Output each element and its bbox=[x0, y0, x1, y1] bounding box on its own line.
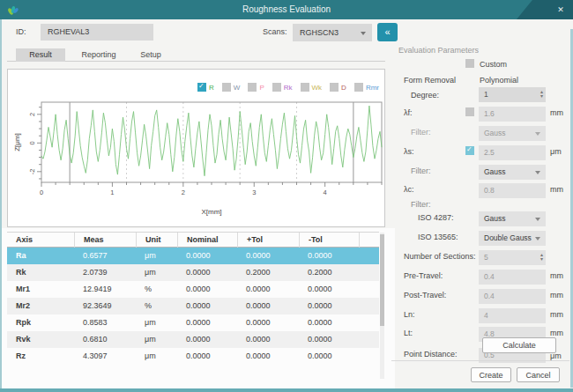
lambda-f-filter-label: Filter: bbox=[411, 128, 431, 137]
table-cell: 0.0000 bbox=[237, 281, 299, 298]
table-cell: Rk bbox=[7, 264, 74, 281]
unchecked-checkbox-icon[interactable] bbox=[354, 83, 363, 92]
pre-travel-unit: mm bbox=[550, 271, 563, 280]
lambda-f-input[interactable]: 1.6 bbox=[479, 107, 546, 122]
iso-4287-value: Gauss bbox=[484, 214, 506, 223]
legend-item-D[interactable]: D bbox=[330, 83, 346, 92]
lambda-c-label: λc: bbox=[404, 185, 414, 194]
window-title: Roughness Evaluation bbox=[0, 0, 573, 19]
lambda-f-checkbox[interactable] bbox=[465, 107, 474, 116]
table-cell: 0.0000 bbox=[237, 348, 299, 365]
table-cell: μm bbox=[136, 348, 177, 365]
table-scrollbar-thumb[interactable] bbox=[380, 234, 384, 326]
degree-spinner[interactable]: 1 bbox=[479, 87, 546, 102]
calculate-button[interactable]: Calculate bbox=[482, 337, 556, 353]
tab-setup[interactable]: Setup bbox=[129, 48, 173, 62]
table-cell: 0.0000 bbox=[177, 348, 237, 365]
iso-13565-label: ISO 13565: bbox=[418, 233, 458, 241]
column-header[interactable]: +Tol bbox=[237, 233, 299, 248]
ln-input[interactable]: 4 bbox=[479, 308, 546, 323]
column-header[interactable]: Unit bbox=[136, 233, 177, 248]
scans-dropdown[interactable]: RGHSCN3 bbox=[293, 24, 372, 41]
table-cell: 0.8583 bbox=[74, 314, 136, 331]
cancel-button[interactable]: Cancel bbox=[517, 367, 560, 382]
lambda-f-filter-dropdown[interactable]: Gauss bbox=[479, 126, 546, 141]
table-row-Rk[interactable]: Rk2.0739μm0.00000.20000.2000 bbox=[7, 264, 379, 281]
svg-text:3: 3 bbox=[252, 189, 256, 196]
custom-label: Custom bbox=[480, 60, 507, 69]
svg-text:0: 0 bbox=[28, 141, 36, 144]
table-cell: 0.6577 bbox=[74, 248, 136, 264]
table-cell: μm bbox=[136, 248, 177, 264]
table-cell: 92.3649 bbox=[74, 298, 136, 314]
iso-4287-dropdown[interactable]: Gauss bbox=[479, 211, 546, 226]
chevron-down-icon bbox=[535, 237, 540, 240]
close-icon[interactable]: ✕ bbox=[553, 0, 569, 19]
sections-spinner[interactable]: 5 bbox=[479, 250, 546, 265]
lambda-c-input[interactable]: 0.8 bbox=[479, 183, 546, 198]
point-distance-label: Point Distance: bbox=[404, 350, 458, 359]
table-cell: % bbox=[136, 281, 177, 298]
svg-text:2: 2 bbox=[182, 189, 185, 196]
unchecked-checkbox-icon[interactable] bbox=[301, 83, 309, 92]
unchecked-checkbox-icon[interactable] bbox=[272, 83, 281, 92]
column-header[interactable]: Nominal bbox=[177, 233, 237, 248]
table-row-Ra[interactable]: Ra0.6577μm0.00000.00000.0000 bbox=[7, 248, 379, 264]
unchecked-checkbox-icon[interactable] bbox=[222, 83, 231, 92]
svg-text:0: 0 bbox=[40, 189, 43, 196]
table-scrollbar[interactable] bbox=[380, 233, 384, 379]
column-header[interactable]: -Tol bbox=[299, 233, 359, 248]
svg-text:1: 1 bbox=[110, 189, 114, 196]
post-travel-input[interactable]: 0.4 bbox=[479, 289, 546, 304]
pre-travel-label: Pre-Travel: bbox=[404, 271, 443, 280]
profile-chart-panel: RWPRkWkDRmr 01234-202X[mm]Z[μm] bbox=[7, 69, 385, 227]
legend-item-Rk[interactable]: Rk bbox=[272, 83, 293, 92]
table-cell: 0.0000 bbox=[177, 331, 237, 348]
lambda-s-filter-dropdown[interactable]: Gauss bbox=[479, 165, 546, 180]
roughness-evaluation-dialog: Roughness Evaluation ✕ ID: RGHEVAL3 Scan… bbox=[0, 0, 573, 392]
lambda-f-unit: mm bbox=[550, 108, 563, 117]
legend-item-W[interactable]: W bbox=[222, 83, 241, 92]
legend-item-Rmr[interactable]: Rmr bbox=[354, 83, 379, 92]
table-cell: 0.2000 bbox=[299, 264, 359, 281]
unchecked-checkbox-icon[interactable] bbox=[248, 83, 257, 92]
legend-label: D bbox=[341, 84, 346, 92]
id-input[interactable]: RGHEVAL3 bbox=[41, 24, 153, 41]
tab-result[interactable]: Result bbox=[16, 48, 65, 62]
legend-label: Wk bbox=[312, 84, 323, 92]
pre-travel-input[interactable]: 0.4 bbox=[479, 270, 546, 285]
unchecked-checkbox-icon[interactable] bbox=[330, 83, 339, 92]
post-travel-label: Post-Travel: bbox=[404, 291, 446, 300]
custom-checkbox[interactable] bbox=[465, 59, 474, 68]
table-row-Mr1[interactable]: Mr112.9419%0.00000.00000.0000 bbox=[7, 281, 379, 298]
table-row-Rpk[interactable]: Rpk0.8583μm0.00000.00000.0000 bbox=[7, 314, 379, 331]
table-cell: 0.0000 bbox=[299, 314, 359, 331]
lambda-s-filter-value: Gauss bbox=[484, 167, 506, 176]
table-cell: 0.0000 bbox=[177, 264, 237, 281]
legend-item-P[interactable]: P bbox=[248, 83, 264, 92]
evaluation-parameters-panel: Evaluation Parameters Custom Form Remova… bbox=[388, 19, 573, 392]
table-cell: Rz bbox=[7, 348, 74, 365]
create-button[interactable]: Create bbox=[471, 367, 511, 382]
scans-dropdown-value: RGHSCN3 bbox=[300, 28, 339, 37]
roughness-profile-chart[interactable]: 01234-202X[mm]Z[μm] bbox=[11, 99, 385, 224]
legend-item-Wk[interactable]: Wk bbox=[301, 83, 323, 92]
column-header[interactable]: Axis bbox=[7, 233, 74, 248]
table-cell: 0.6810 bbox=[74, 331, 136, 348]
table-row-Rz[interactable]: Rz4.3097μm0.00000.00000.0000 bbox=[7, 348, 379, 365]
legend-item-R[interactable]: R bbox=[197, 83, 214, 92]
table-cell: 0.0000 bbox=[299, 248, 359, 264]
lambda-s-label: λs: bbox=[404, 147, 414, 156]
column-header[interactable]: Meas bbox=[74, 233, 136, 248]
channel-legend: RWPRkWkDRmr bbox=[197, 83, 379, 92]
iso-13565-dropdown[interactable]: Double Gauss bbox=[479, 231, 546, 246]
chevron-down-icon bbox=[535, 171, 540, 174]
lambda-s-checkbox[interactable] bbox=[465, 146, 474, 155]
lambda-s-input[interactable]: 2.5 bbox=[479, 145, 546, 160]
table-row-Mr2[interactable]: Mr292.3649%0.00000.00000.0000 bbox=[7, 298, 379, 314]
table-header-row: AxisMeasUnitNominal+Tol-Tol bbox=[7, 232, 379, 248]
tab-reporting[interactable]: Reporting bbox=[71, 48, 127, 62]
checked-checkbox-icon[interactable] bbox=[197, 83, 206, 92]
svg-text:X[mm]: X[mm] bbox=[201, 208, 221, 216]
table-row-Rvk[interactable]: Rvk0.6810μm0.00000.00000.0000 bbox=[7, 331, 379, 348]
